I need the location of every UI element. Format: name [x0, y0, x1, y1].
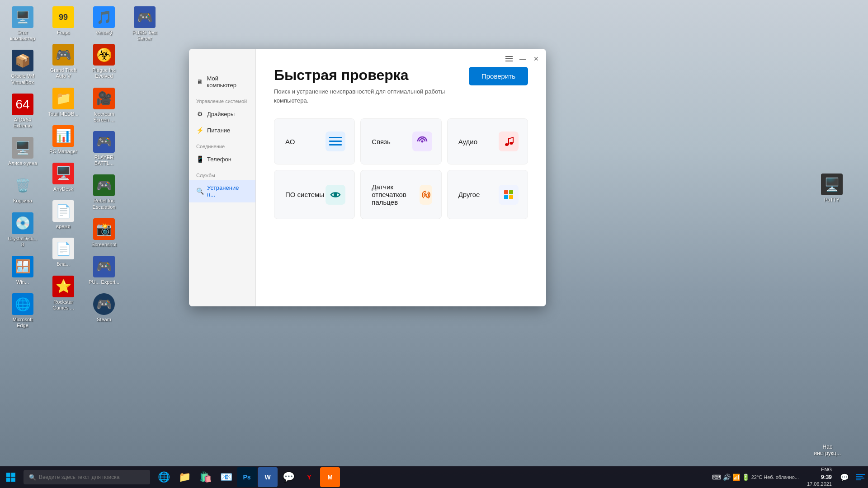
gta-icon: 🎮 [52, 44, 74, 66]
svg-point-7 [425, 194, 427, 196]
desktop-icon-rebel[interactable]: 🎮 Rebel Inc Escalation [86, 173, 122, 211]
corner-line2: инструкц... [814, 450, 841, 456]
plague-icon: ☣️ [93, 44, 115, 66]
hamburger-icon [505, 56, 513, 61]
desktop-icon-aida64[interactable]: 64 AIDA64 Extreme [5, 92, 41, 131]
dialog-close-button[interactable]: ✕ [530, 52, 542, 65]
taskbar-apps: 🌐 📁 🛍️ 📧 Ps W 💬 Y M [152, 467, 708, 487]
card-po-system-icon [326, 185, 345, 205]
desktop-icon-icecream[interactable]: 🎥 Icecream Screen ... [86, 86, 122, 125]
taskbar-keyboard-icon: ⌨ [712, 474, 721, 481]
fraps-icon: 99 [52, 6, 74, 28]
taskbar-yandex[interactable]: Y [299, 467, 319, 487]
sidebar-power[interactable]: ⚡ Питание [189, 122, 255, 138]
dialog-hamburger-button[interactable] [503, 52, 515, 65]
desktop-icon-fraps[interactable]: 99 Fraps [45, 5, 81, 38]
taskbar-notification-button[interactable]: 💬 [835, 466, 854, 488]
computer-icon: 🖥 [196, 78, 203, 85]
crystaldisk-label: CrystalDisk... 8 [6, 236, 39, 248]
vremya-label: время [56, 224, 71, 230]
taskbar-word[interactable]: W [258, 467, 278, 487]
desktop-icon-putty[interactable]: 🖥️ PuTTY [814, 172, 850, 205]
sidebar-my-computer-label: Мой компьютер [207, 75, 248, 89]
sidebar-drivers[interactable]: ⚙ Драйверы [189, 106, 255, 122]
desktop-icon-rockstar[interactable]: ⭐ Rockstar Games ... [45, 274, 81, 313]
desktop-icon-win[interactable]: 🪟 Win... [5, 254, 41, 287]
taskbar-store[interactable]: 🛍️ [195, 467, 215, 487]
taskbar-network-icon[interactable]: 📶 [732, 474, 740, 481]
corner-info: Нас инструкц... [814, 444, 841, 456]
svg-rect-0 [329, 137, 342, 138]
desktop-icon-bla[interactable]: 📄 Бла... [45, 236, 81, 269]
taskbar-im[interactable]: M [320, 467, 340, 487]
verseq-label: VerseQ [96, 30, 113, 36]
taskbar-photoshop[interactable]: Ps [237, 467, 257, 487]
card-svyaz-label: Связь [372, 138, 390, 145]
sidebar-troubleshoot[interactable]: 🔍 Устранение н... [189, 180, 255, 202]
verseq-icon: 🎵 [93, 6, 115, 28]
desktop-icon-alisa[interactable]: 🖥️ Алиса-хуяна [5, 135, 41, 168]
taskbar-date: 17.06.2021 [807, 481, 832, 488]
taskbar-weather[interactable]: 22°C Неб. облачно... [751, 474, 799, 480]
card-other[interactable]: Другое [447, 170, 528, 219]
desktop-icon-plague[interactable]: ☣️ Plague Inc Evolved [86, 42, 122, 81]
check-button[interactable]: Проверить [469, 67, 528, 85]
desktop-icon-gta[interactable]: 🎮 Grand Theft Auto V [45, 42, 81, 81]
taskbar-search-box[interactable]: 🔍 [24, 470, 150, 484]
desktop-icon-pubg-exp[interactable]: 🎮 PU... Experi... [86, 254, 122, 287]
desktop-icon-steam[interactable]: 🎮 Steam [86, 291, 122, 324]
sidebar-phone-label: Телефон [207, 156, 231, 163]
edge-icon: 🌐 [12, 293, 33, 315]
desktop-icon-korzina[interactable]: 🗑️ Корзина [5, 173, 41, 206]
card-audio[interactable]: Аудио [447, 118, 528, 164]
desktop-icon-pcmanager[interactable]: 📊 PC Manager [45, 123, 81, 156]
card-other-label: Другое [458, 191, 480, 198]
desktop-icon-crystaldisk[interactable]: 💿 CrystalDisk... 8 [5, 211, 41, 249]
desktop-icon-playerbattle[interactable]: 🎮 PLAYER BATTL... [86, 129, 122, 168]
icecream-icon: 🎥 [93, 88, 115, 109]
svg-rect-2 [329, 144, 342, 145]
card-svyaz[interactable]: Связь [360, 118, 441, 164]
taskbar-explorer[interactable]: 📁 [175, 467, 194, 487]
card-ao[interactable]: АО [274, 118, 355, 164]
taskbar-search-input[interactable] [39, 474, 145, 480]
desktop-icon-pubg-test[interactable]: 🎮 PUBG Test Server [127, 5, 163, 43]
desktop-icon-anydesk[interactable]: 🖥️ AnyDesk [45, 161, 81, 194]
sidebar-phone[interactable]: 📱 Телефон [189, 151, 255, 167]
sidebar-troubleshoot-label: Устранение н... [207, 184, 248, 198]
desktop-icon-oracle[interactable]: 📦 Oracle VM VirtualBox [5, 48, 41, 87]
pcmanager-label: PC Manager [49, 149, 77, 155]
putty-icon: 🖥️ [821, 174, 843, 195]
anydesk-icon: 🖥️ [52, 163, 74, 184]
taskbar-clock[interactable]: ENG 9:39 17.06.2021 [803, 466, 835, 488]
taskbar-outlook[interactable]: 📧 [216, 467, 236, 487]
card-fingerprint-icon [420, 185, 432, 205]
rebel-label: Rebel Inc Escalation [88, 198, 120, 210]
dialog-minimize-button[interactable]: — [516, 52, 529, 65]
card-po-system[interactable]: ПО системы [274, 170, 355, 219]
taskbar-system-tray: ⌨ 🔊 📶 🔋 22°C Неб. облачно... [708, 474, 803, 481]
taskbar-meter [854, 474, 868, 480]
desktop-icon-verseq[interactable]: 🎵 VerseQ [86, 5, 122, 38]
taskbar: 🔍 🌐 📁 🛍️ 📧 Ps W 💬 Y M ⌨ 🔊 📶 🔋 22°C Неб. … [0, 466, 868, 488]
phone-icon: 📱 [196, 155, 203, 163]
aida64-label: AIDA64 Extreme [6, 117, 39, 129]
taskbar-edge[interactable]: 🌐 [154, 467, 174, 487]
win-icon: 🪟 [12, 256, 33, 277]
sidebar-my-computer[interactable]: 🖥 Мой компьютер [189, 70, 255, 93]
card-fingerprint[interactable]: Датчик отпечатков пальцев [360, 170, 441, 219]
drivers-icon: ⚙ [196, 110, 203, 117]
taskbar-skype[interactable]: 💬 [278, 467, 298, 487]
pubg-test-icon: 🎮 [134, 6, 156, 28]
korzina-icon: 🗑️ [12, 174, 33, 196]
taskbar-speaker-icon[interactable]: 🔊 [723, 474, 731, 481]
svg-point-5 [509, 142, 513, 145]
desktop-icon-screenshot[interactable]: 📸 Screenshot [86, 216, 122, 249]
desktop-icon-total[interactable]: 📁 Total MEDB... [45, 86, 81, 119]
start-button[interactable] [0, 466, 22, 488]
troubleshoot-icon: 🔍 [196, 188, 203, 195]
desktop-icon-edge[interactable]: 🌐 Microsoft Edge [5, 291, 41, 330]
desktop-icon-vremya[interactable]: 📄 время [45, 198, 81, 231]
desktop-icon-this-computer[interactable]: 🖥️ Этот компьютер [5, 5, 41, 43]
dialog-sidebar: 🖥 Мой компьютер Управление системой ⚙ Др… [189, 49, 256, 306]
